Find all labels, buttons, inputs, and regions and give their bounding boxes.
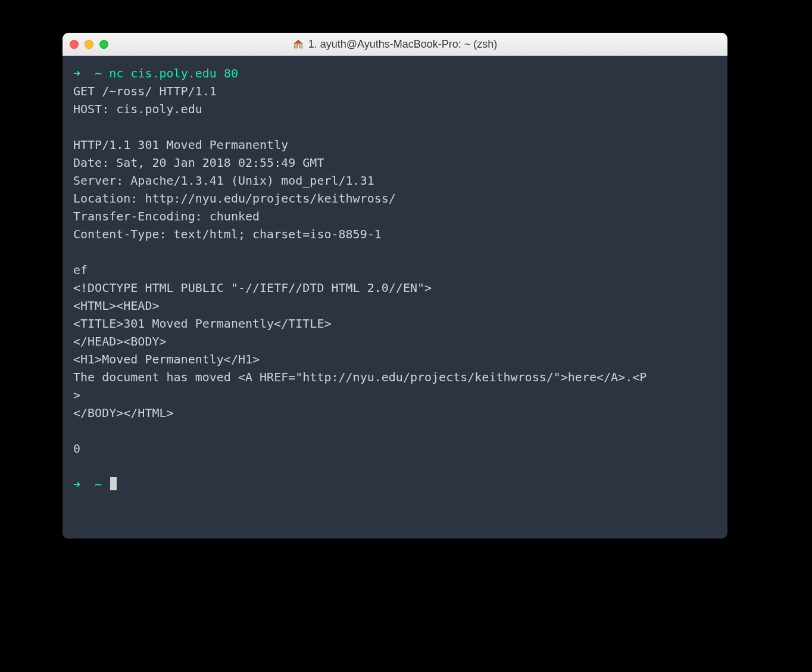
terminal-window: 1. ayuth@Ayuths-MacBook-Pro: ~ (zsh) ➜ ~… [63, 33, 727, 539]
output-line: ef [73, 263, 88, 277]
prompt-arrow: ➜ [73, 66, 80, 80]
window-titlebar: 1. ayuth@Ayuths-MacBook-Pro: ~ (zsh) [63, 33, 727, 56]
minimize-button[interactable] [85, 40, 93, 49]
output-line: </HEAD><BODY> [73, 334, 167, 349]
command-text: nc cis.poly.edu 80 [109, 66, 238, 80]
cursor [110, 477, 117, 490]
output-line: Content-Type: text/html; charset=iso-885… [73, 227, 382, 241]
output-line: HTTP/1.1 301 Moved Permanently [73, 138, 288, 152]
traffic-lights [70, 40, 108, 49]
output-line: <H1>Moved Permanently</H1> [73, 352, 260, 366]
prompt-path: ~ [95, 477, 102, 491]
prompt-arrow: ➜ [73, 477, 80, 491]
output-line: > [73, 388, 80, 402]
prompt-path: ~ [95, 66, 102, 80]
output-line: Transfer-Encoding: chunked [73, 209, 260, 223]
output-line: Server: Apache/1.3.41 (Unix) mod_perl/1.… [73, 173, 374, 188]
terminal-content[interactable]: ➜ ~ nc cis.poly.edu 80 GET /~ross/ HTTP/… [63, 56, 727, 539]
output-line: <!DOCTYPE HTML PUBLIC "-//IETF//DTD HTML… [73, 281, 432, 295]
output-line: Date: Sat, 20 Jan 2018 02:55:49 GMT [73, 155, 324, 170]
output-line: GET /~ross/ HTTP/1.1 [73, 84, 217, 98]
output-line: <HTML><HEAD> [73, 298, 160, 313]
zoom-button[interactable] [99, 40, 108, 49]
output-line: HOST: cis.poly.edu [73, 102, 202, 116]
output-line: <TITLE>301 Moved Permanently</TITLE> [73, 316, 331, 331]
window-title: 1. ayuth@Ayuths-MacBook-Pro: ~ (zsh) [308, 38, 498, 51]
output-line: 0 [73, 441, 80, 456]
close-button[interactable] [70, 40, 79, 49]
output-line: Location: http://nyu.edu/projects/keithw… [73, 191, 396, 206]
home-icon [293, 39, 304, 49]
output-line: </BODY></HTML> [73, 406, 174, 420]
output-line: The document has moved <A HREF="http://n… [73, 370, 647, 384]
